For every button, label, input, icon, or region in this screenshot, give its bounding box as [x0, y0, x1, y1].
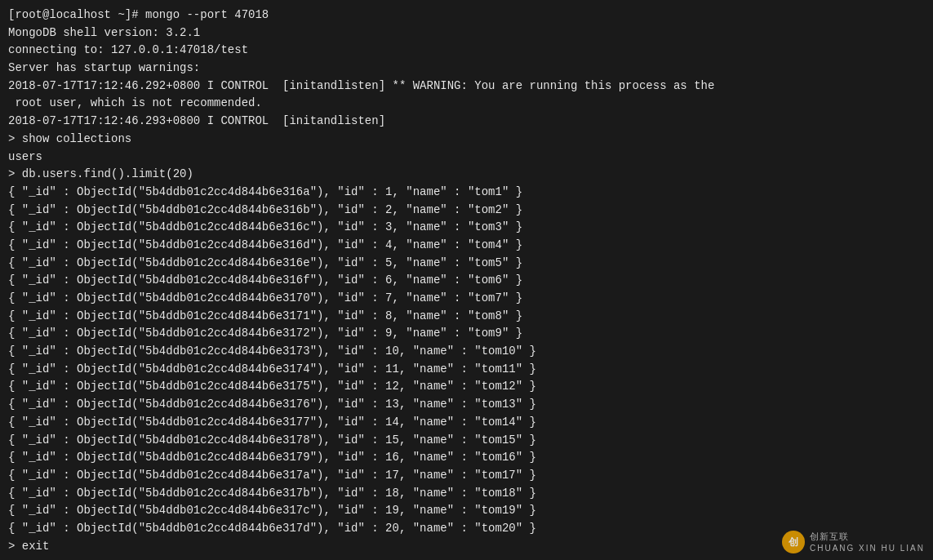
- terminal-line: { "_id" : ObjectId("5b4ddb01c2cc4d844b6e…: [8, 202, 925, 220]
- terminal-line: 2018-07-17T17:12:46.292+0800 I CONTROL […: [8, 78, 925, 96]
- terminal-line: connecting to: 127.0.0.1:47018/test: [8, 42, 925, 60]
- terminal: [root@localhost ~]# mongo --port 47018Mo…: [0, 0, 933, 560]
- terminal-line: 2018-07-17T17:12:46.293+0800 I CONTROL […: [8, 113, 925, 131]
- watermark-bottom: CHUANG XIN HU LIAN: [810, 543, 925, 553]
- terminal-line: users: [8, 149, 925, 167]
- terminal-line: { "_id" : ObjectId("5b4ddb01c2cc4d844b6e…: [8, 308, 925, 326]
- terminal-line: Server has startup warnings:: [8, 60, 925, 78]
- terminal-line: { "_id" : ObjectId("5b4ddb01c2cc4d844b6e…: [8, 237, 925, 255]
- terminal-line: { "_id" : ObjectId("5b4ddb01c2cc4d844b6e…: [8, 219, 925, 237]
- terminal-line: { "_id" : ObjectId("5b4ddb01c2cc4d844b6e…: [8, 184, 925, 202]
- terminal-line: { "_id" : ObjectId("5b4ddb01c2cc4d844b6e…: [8, 343, 925, 361]
- terminal-line: { "_id" : ObjectId("5b4ddb01c2cc4d844b6e…: [8, 396, 925, 414]
- watermark: 创 创新互联 CHUANG XIN HU LIAN: [782, 531, 925, 553]
- watermark-logo: 创: [782, 531, 805, 553]
- terminal-line: { "_id" : ObjectId("5b4ddb01c2cc4d844b6e…: [8, 414, 925, 432]
- terminal-line: { "_id" : ObjectId("5b4ddb01c2cc4d844b6e…: [8, 467, 925, 485]
- terminal-line: { "_id" : ObjectId("5b4ddb01c2cc4d844b6e…: [8, 255, 925, 273]
- watermark-top: 创新互联: [810, 531, 925, 542]
- terminal-line: { "_id" : ObjectId("5b4ddb01c2cc4d844b6e…: [8, 272, 925, 290]
- terminal-line: { "_id" : ObjectId("5b4ddb01c2cc4d844b6e…: [8, 290, 925, 308]
- terminal-line: { "_id" : ObjectId("5b4ddb01c2cc4d844b6e…: [8, 325, 925, 343]
- terminal-line: > db.users.find().limit(20): [8, 166, 925, 184]
- terminal-line: { "_id" : ObjectId("5b4ddb01c2cc4d844b6e…: [8, 449, 925, 467]
- terminal-line: [root@localhost ~]# mongo --port 47018: [8, 7, 925, 24]
- terminal-line: { "_id" : ObjectId("5b4ddb01c2cc4d844b6e…: [8, 502, 925, 520]
- terminal-line: MongoDB shell version: 3.2.1: [8, 24, 925, 42]
- terminal-line: { "_id" : ObjectId("5b4ddb01c2cc4d844b6e…: [8, 485, 925, 503]
- watermark-text: 创新互联 CHUANG XIN HU LIAN: [810, 531, 925, 553]
- terminal-line: { "_id" : ObjectId("5b4ddb01c2cc4d844b6e…: [8, 432, 925, 450]
- terminal-line: > show collections: [8, 131, 925, 149]
- terminal-line: { "_id" : ObjectId("5b4ddb01c2cc4d844b6e…: [8, 378, 925, 396]
- terminal-line: root user, which is not recommended.: [8, 95, 925, 113]
- terminal-line: { "_id" : ObjectId("5b4ddb01c2cc4d844b6e…: [8, 361, 925, 379]
